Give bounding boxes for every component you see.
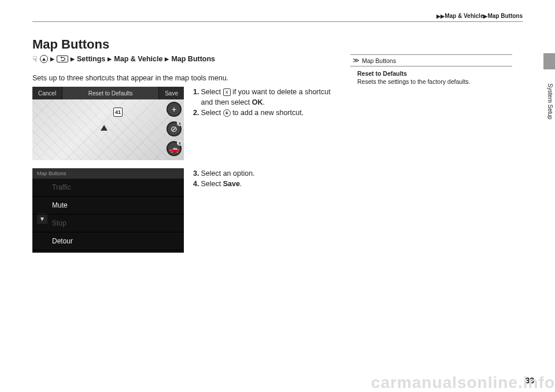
step-number: 4. bbox=[193, 179, 199, 189]
sidebox-body: Reset to Defaults Resets the settings to… bbox=[350, 66, 512, 85]
step-3: 3. Select an option. bbox=[193, 168, 339, 179]
back-icon: ⮌ bbox=[57, 56, 68, 62]
save-button: Save bbox=[159, 87, 184, 99]
reset-button: Reset to Defaults bbox=[62, 87, 159, 99]
page-title: Map Buttons bbox=[32, 37, 523, 52]
cancel-button: Cancel bbox=[32, 87, 62, 99]
step-text: Select x if you want to delete a shortcu… bbox=[201, 87, 339, 108]
breadcrumb-l2: Map Buttons bbox=[487, 13, 523, 19]
list-item: Traffic bbox=[32, 179, 184, 197]
sidebox-header: ≫ Map Buttons bbox=[350, 54, 512, 66]
delete-x-icon: x bbox=[177, 140, 183, 146]
step-number: 3. bbox=[193, 168, 199, 179]
step-number: 1. bbox=[193, 87, 199, 108]
triangle-icon: ▶ bbox=[50, 56, 54, 62]
home-icon bbox=[40, 55, 48, 63]
reset-title: Reset to Defaults bbox=[357, 70, 510, 77]
list-item: Mute bbox=[32, 197, 184, 215]
shortcut-icon: ⊘x bbox=[168, 123, 180, 135]
list-item: Stop bbox=[32, 215, 184, 232]
reset-body: Resets the settings to the factory defau… bbox=[357, 78, 510, 85]
sidebox-title-text: Map Buttons bbox=[362, 57, 396, 64]
breadcrumb-l1: Map & Vehicle bbox=[445, 13, 483, 19]
x-icon: x bbox=[223, 88, 231, 96]
navigation-path: ☟ ▶ ⮌ ▶ Settings ▶ Map & Vehicle ▶ Map B… bbox=[32, 54, 339, 64]
route-shield-icon: 41 bbox=[113, 108, 123, 117]
hand-icon: ☟ bbox=[32, 54, 38, 64]
forward-icon: ≫ bbox=[353, 57, 360, 64]
nav-settings: Settings bbox=[77, 55, 105, 63]
side-tab bbox=[543, 53, 555, 69]
step-1: 1. Select x if you want to delete a shor… bbox=[193, 87, 339, 108]
step-2: 2. Select + to add a new shortcut. bbox=[193, 108, 339, 118]
add-shortcut-icon: + bbox=[168, 103, 180, 116]
list-item: Detour bbox=[32, 232, 184, 250]
triangle-icon: ▶ bbox=[71, 56, 75, 62]
plus-icon: + bbox=[223, 109, 231, 117]
vehicle-icon bbox=[101, 125, 108, 131]
triangle-icon: ▶ bbox=[108, 56, 112, 62]
side-tab-label: System Setup bbox=[546, 83, 553, 119]
step-text: Select Save. bbox=[201, 179, 242, 189]
delete-x-icon: x bbox=[177, 120, 183, 126]
nav-map-buttons: Map Buttons bbox=[171, 55, 215, 63]
map-area: 41 + ⊘x 🚗x bbox=[32, 99, 184, 160]
step-number: 2. bbox=[193, 108, 199, 118]
nav-map-vehicle: Map & Vehicle bbox=[114, 55, 162, 63]
step-4: 4. Select Save. bbox=[193, 179, 339, 189]
step-text: Select + to add a new shortcut. bbox=[201, 108, 304, 118]
shortcut-icon: 🚗x bbox=[168, 142, 180, 155]
step-text: Select an option. bbox=[201, 168, 254, 179]
list-title: Map Buttons bbox=[32, 168, 184, 179]
map-screenshot: Cancel Reset to Defaults Save 41 + ⊘x 🚗x bbox=[32, 87, 184, 160]
intro-text: Sets up to three shortcuts that appear i… bbox=[32, 74, 339, 82]
breadcrumb: ▶▶Map & Vehicle▶Map Buttons bbox=[32, 13, 523, 22]
watermark: carmanualsonline.info bbox=[371, 373, 555, 392]
triangle-icon: ▶ bbox=[165, 56, 169, 62]
list-screenshot: Map Buttons ▼ Traffic Mute Stop Detour bbox=[32, 168, 184, 253]
